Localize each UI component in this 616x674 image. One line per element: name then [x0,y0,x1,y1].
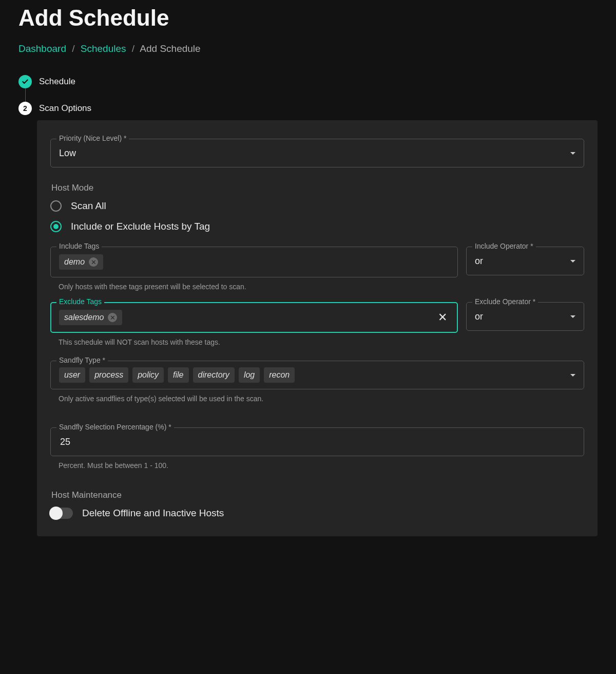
step-scan-options[interactable]: 2 Scan Options [18,102,598,115]
radio-label: Include or Exclude Hosts by Tag [71,221,210,232]
include-tags-helper: Only hosts with these tags present will … [59,283,457,291]
chevron-down-icon [570,374,575,377]
type-chip-policy[interactable]: policy [132,367,164,383]
type-chip-process[interactable]: process [89,367,128,383]
step-number-icon: 2 [18,102,32,115]
toggle-knob [49,507,63,520]
include-tags-label: Include Tags [56,242,102,250]
exclude-tags-label: Exclude Tags [56,297,104,306]
page-title: Add Schedule [18,5,598,31]
selection-pct-input[interactable] [50,427,584,456]
delete-offline-toggle[interactable] [50,508,73,519]
check-icon [18,75,32,88]
breadcrumb-sep: / [132,43,134,54]
chevron-down-icon [570,152,575,155]
type-chip-user[interactable]: user [59,367,85,383]
chevron-down-icon [570,315,575,318]
radio-include-exclude[interactable]: Include or Exclude Hosts by Tag [50,221,584,232]
chevron-down-icon [570,260,575,263]
exclude-operator-select[interactable]: or [466,302,584,331]
host-mode-heading: Host Mode [51,183,584,193]
type-chip-recon[interactable]: recon [264,367,295,383]
breadcrumb-schedules[interactable]: Schedules [81,43,126,54]
scan-options-panel: Priority (Nice Level) * Low Host Mode Sc… [37,120,598,536]
radio-scan-all[interactable]: Scan All [50,200,584,212]
radio-icon [50,221,62,232]
radio-icon [50,200,62,212]
selection-pct-label: Sandfly Selection Percentage (%) * [56,423,174,431]
exclude-operator-value: or [475,311,483,322]
tag-chip-salesdemo: salesdemo ✕ [59,310,122,325]
radio-label: Scan All [71,200,106,212]
close-icon[interactable]: ✕ [89,257,98,267]
chip-label: salesdemo [64,313,104,322]
selection-pct-field[interactable] [59,436,575,448]
step-label: Schedule [39,77,75,87]
priority-value: Low [59,148,76,159]
exclude-operator-label: Exclude Operator * [472,297,538,306]
clear-icon[interactable]: ✕ [436,312,449,323]
breadcrumb-dashboard[interactable]: Dashboard [18,43,66,54]
exclude-tags-helper: This schedule will NOT scan hosts with t… [59,338,457,346]
tag-chip-demo: demo ✕ [59,254,103,270]
step-schedule[interactable]: Schedule [18,75,598,88]
exclude-tags-input[interactable]: salesdemo ✕ ✕ [50,302,458,333]
type-chip-log[interactable]: log [239,367,260,383]
toggle-label: Delete Offline and Inactive Hosts [82,508,224,519]
breadcrumb-current: Add Schedule [140,43,200,54]
sandfly-type-label: Sandfly Type * [56,356,108,364]
sandfly-type-select[interactable]: user process policy file directory log r… [50,361,584,389]
breadcrumb: Dashboard / Schedules / Add Schedule [18,43,598,54]
selection-pct-helper: Percent. Must be between 1 - 100. [59,461,583,470]
host-maintenance-heading: Host Maintenance [51,490,584,500]
include-operator-select[interactable]: or [466,247,584,275]
include-operator-value: or [475,256,483,267]
type-chip-file[interactable]: file [168,367,188,383]
priority-label: Priority (Nice Level) * [56,134,129,142]
include-tags-input[interactable]: demo ✕ [50,247,458,277]
breadcrumb-sep: / [72,43,74,54]
sandfly-type-helper: Only active sandflies of type(s) selecte… [59,395,583,403]
close-icon[interactable]: ✕ [108,313,117,322]
type-chip-directory[interactable]: directory [193,367,235,383]
step-connector [25,88,26,102]
priority-select[interactable]: Low [50,139,584,167]
include-operator-label: Include Operator * [472,242,536,250]
chip-label: demo [64,257,85,267]
step-label: Scan Options [39,103,91,114]
